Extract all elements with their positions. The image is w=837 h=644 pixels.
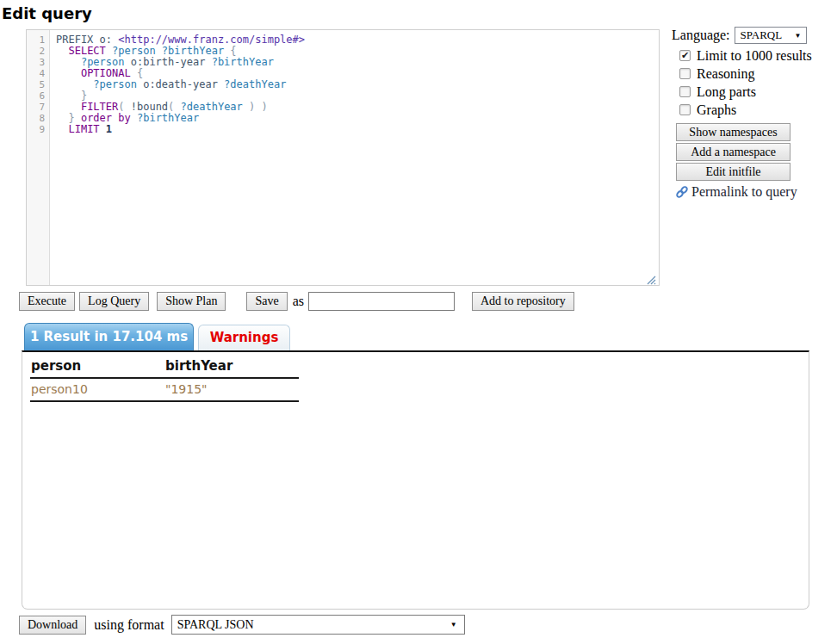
code-line: LIMIT 1 (56, 124, 659, 135)
line-numbers: 123456789 (27, 30, 50, 285)
results-body: person10"1915" (30, 378, 299, 401)
code-line: ?person o:death-year ?deathYear (56, 79, 659, 90)
save-name-input[interactable] (308, 292, 455, 311)
line-number: 4 (27, 68, 49, 79)
checkbox-row[interactable]: Long parts (672, 84, 837, 99)
line-number: 9 (27, 124, 49, 135)
results-panel: personbirthYear person10"1915" (22, 350, 809, 610)
query-editor[interactable]: 123456789 PREFIX o: <http://www.franz.co… (26, 29, 660, 286)
checkbox-unchecked[interactable] (679, 104, 691, 115)
tab-warnings[interactable]: Warnings (198, 325, 290, 350)
line-number: 5 (27, 79, 49, 90)
table-cell: "1915" (164, 378, 299, 401)
result-tabs: 1 Result in 17.104 ms Warnings (24, 323, 290, 350)
code-area[interactable]: PREFIX o: <http://www.franz.com/simple#>… (50, 30, 659, 285)
checkbox-list: ✔Limit to 1000 resultsReasoningLong part… (672, 48, 837, 117)
table-row: person10"1915" (30, 378, 299, 401)
add-to-repository-button[interactable]: Add to repository (472, 292, 574, 311)
checkbox-row[interactable]: Reasoning (672, 66, 837, 81)
tab-results[interactable]: 1 Result in 17.104 ms (24, 323, 194, 350)
resize-handle-icon[interactable] (647, 273, 656, 282)
chevron-down-icon: ▼ (795, 32, 802, 40)
language-select-value: SPARQL (741, 28, 783, 42)
language-label: Language: (672, 28, 730, 43)
options-panel: Language: SPARQL ▼ ✔Limit to 1000 result… (672, 26, 837, 200)
save-as-label: as (293, 294, 304, 309)
table-cell: person10 (30, 378, 164, 401)
results-table: personbirthYear person10"1915" (30, 356, 299, 402)
code-line: ?person o:birth-year ?birthYear (56, 57, 659, 68)
checkbox-unchecked[interactable] (679, 68, 691, 79)
format-select[interactable]: SPARQL JSON ▼ (171, 615, 465, 635)
download-button[interactable]: Download (19, 616, 86, 635)
line-number: 2 (27, 46, 49, 57)
code-line: } order by ?birthYear (56, 113, 659, 124)
execute-button[interactable]: Execute (19, 292, 75, 311)
show-plan-button[interactable]: Show Plan (157, 292, 226, 311)
results-header-row: personbirthYear (30, 356, 299, 378)
line-number: 1 (27, 34, 49, 46)
checkbox-checked[interactable]: ✔ (679, 50, 691, 61)
line-number: 8 (27, 113, 49, 124)
panel-button[interactable]: Add a namespace (676, 143, 790, 161)
checkbox-unchecked[interactable] (679, 86, 691, 97)
panel-button[interactable]: Show namespaces (676, 123, 790, 141)
line-number: 3 (27, 57, 49, 68)
column-header: person (30, 356, 164, 378)
query-toolbar: Execute Log Query Show Plan Save as Add … (19, 292, 574, 311)
checkbox-label: Graphs (697, 102, 736, 118)
format-select-value: SPARQL JSON (177, 618, 254, 632)
panel-buttons: Show namespacesAdd a namespaceEdit initf… (676, 123, 790, 181)
log-query-button[interactable]: Log Query (79, 292, 149, 311)
checkbox-label: Reasoning (697, 66, 755, 82)
column-header: birthYear (164, 356, 299, 378)
using-format-label: using format (94, 617, 164, 633)
checkbox-label: Long parts (697, 84, 756, 100)
checkbox-label: Limit to 1000 results (697, 48, 812, 64)
chevron-down-icon: ▼ (450, 621, 457, 629)
permalink-to-query[interactable]: Permalink to query (675, 184, 837, 200)
language-row: Language: SPARQL ▼ (672, 26, 837, 45)
panel-button[interactable]: Edit initfile (676, 163, 790, 181)
checkbox-row[interactable]: Graphs (672, 102, 837, 117)
permalink-icon (675, 185, 689, 199)
line-number: 7 (27, 102, 49, 113)
page-title: Edit query (2, 4, 92, 22)
line-number: 6 (27, 90, 49, 102)
save-button[interactable]: Save (246, 292, 287, 311)
checkbox-row[interactable]: ✔Limit to 1000 results (672, 48, 837, 63)
download-bar: Download using format SPARQL JSON ▼ (19, 615, 465, 635)
language-select[interactable]: SPARQL ▼ (735, 27, 807, 44)
permalink-label: Permalink to query (691, 184, 797, 200)
